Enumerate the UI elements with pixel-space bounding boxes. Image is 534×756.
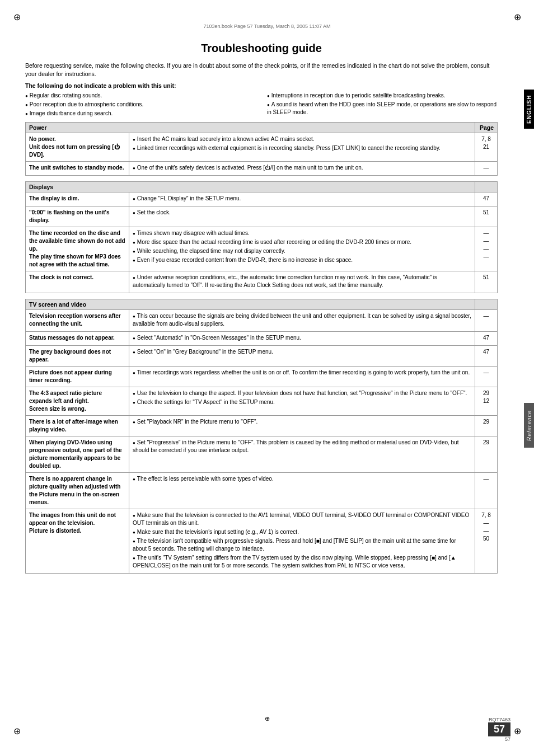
symptom-standby: The unit switches to standby mode. <box>26 162 129 176</box>
solution-picture-quality: The effect is less perceivable with some… <box>129 473 475 509</box>
table-row: The grey background does not appear. Sel… <box>26 346 498 367</box>
table-row: There is a lot of after-image when playi… <box>26 416 498 436</box>
symptom-dim: The display is dim. <box>26 192 129 206</box>
solution-doubled: Set "Progressive" in the Picture menu to… <box>129 436 475 473</box>
no-problem-bullet-4: Interruptions in reception due to period… <box>267 92 498 100</box>
table-row: Picture does not appear during timer rec… <box>26 367 498 387</box>
no-problem-bullet-5: A sound is heard when the HDD goes into … <box>267 101 498 116</box>
solution-standby: One of the unit's safety devices is acti… <box>129 162 475 176</box>
solution-dim: Change "FL Display" in the SETUP menu. <box>129 192 475 206</box>
symptom-picture-quality: There is no apparent change in picture q… <box>26 473 129 509</box>
symptom-no-image: The images from this unit do not appear … <box>26 509 129 574</box>
no-problem-heading: The following do not indicate a problem … <box>25 82 498 89</box>
solution-aspect: Use the television to change the aspect.… <box>129 387 475 416</box>
solution-reception: This can occur because the signals are b… <box>129 310 475 332</box>
file-info: 7103en.book Page 57 Tuesday, March 8, 20… <box>204 24 331 29</box>
page-no-image: 7, 8——50 <box>475 509 498 574</box>
tv-table: TV screen and video Television reception… <box>25 299 498 574</box>
symptom-timer-pic: Picture does not appear during timer rec… <box>26 367 129 387</box>
rqt-number: RQT7463 <box>489 717 510 722</box>
bottom-center-crosshair: ⊕ <box>265 715 270 722</box>
displays-section-header: Displays <box>26 182 475 192</box>
page-status-msg: 47 <box>475 332 498 346</box>
displays-table: Displays The display is dim. Change "FL … <box>25 181 498 293</box>
table-row: The display is dim. Change "FL Display" … <box>26 192 498 206</box>
corner-mark-tl: ⊕ <box>8 8 25 25</box>
page-number-small: 57 <box>505 736 510 742</box>
table-row: No power. Unit does not turn on pressing… <box>26 133 498 162</box>
symptom-clock-flash: "0:00" is flashing on the unit's display… <box>26 206 129 227</box>
page-number-box: 57 <box>488 722 510 736</box>
table-row: "0:00" is flashing on the unit's display… <box>26 206 498 227</box>
corner-mark-bl: ⊕ <box>8 722 25 739</box>
corner-mark-br: ⊕ <box>509 722 526 739</box>
solution-status-msg: Select "Automatic" in "On-Screen Message… <box>129 332 475 346</box>
solution-clock-flash: Set the clock. <box>129 206 475 227</box>
solution-no-image: Make sure that the television is connect… <box>129 509 475 574</box>
tv-section-header: TV screen and video <box>26 299 475 310</box>
no-problem-bullets-left: Regular disc rotating sounds. Poor recep… <box>25 92 256 119</box>
page-no-power: 7, 821 <box>475 133 498 162</box>
reference-tab: Reference <box>524 403 534 448</box>
tv-page-header <box>475 299 498 310</box>
symptom-aspect: The 4:3 aspect ratio picture expands lef… <box>26 387 129 416</box>
page-aspect: 2912 <box>475 387 498 416</box>
page-reception: — <box>475 310 498 332</box>
page-timer-pic: — <box>475 367 498 387</box>
solution-timer-pic: Timer recordings work regardless whether… <box>129 367 475 387</box>
power-table: Power Page No power. Unit does not turn … <box>25 122 498 176</box>
solution-afterimage: Set "Playback NR" in the Picture menu to… <box>129 416 475 436</box>
symptom-no-power: No power. Unit does not turn on pressing… <box>26 133 129 162</box>
main-content: Troubleshooting guide Before requesting … <box>25 42 512 574</box>
table-row: The time recorded on the disc and the av… <box>26 227 498 271</box>
symptom-status-msg: Status messages do not appear. <box>26 332 129 346</box>
displays-page-header <box>475 182 498 192</box>
page-picture-quality: — <box>475 473 498 509</box>
no-problem-bullet-1: Regular disc rotating sounds. <box>25 92 256 100</box>
no-problem-bullets: Regular disc rotating sounds. Poor recep… <box>25 92 498 119</box>
page-standby: — <box>475 162 498 176</box>
table-row: Status messages do not appear. Select "A… <box>26 332 498 346</box>
solution-no-power: Insert the AC mains lead securely into a… <box>129 133 475 162</box>
intro-text: Before requesting service, make the foll… <box>25 62 498 78</box>
no-problem-bullet-2: Poor reception due to atmospheric condit… <box>25 101 256 109</box>
solution-time-mismatch: Times shown may disagree with actual tim… <box>129 227 475 271</box>
page-time-mismatch: ———— <box>475 227 498 271</box>
bottom-right-area: RQT7463 57 57 <box>488 717 510 742</box>
table-row: When playing DVD-Video using progressive… <box>26 436 498 473</box>
symptom-reception: Television reception worsens after conne… <box>26 310 129 332</box>
symptom-clock-wrong: The clock is not correct. <box>26 271 129 293</box>
english-tab: ENGLISH <box>524 90 534 129</box>
page-title: Troubleshooting guide <box>25 42 498 55</box>
page-clock-wrong: 51 <box>475 271 498 293</box>
solution-clock-wrong: Under adverse reception conditions, etc.… <box>129 271 475 293</box>
power-section-header: Power <box>26 123 475 133</box>
symptom-doubled: When playing DVD-Video using progressive… <box>26 436 129 473</box>
solution-grey-bg: Select "On" in "Grey Background" in the … <box>129 346 475 367</box>
symptom-grey-bg: The grey background does not appear. <box>26 346 129 367</box>
no-problem-bullet-3: Image disturbance during search. <box>25 110 256 118</box>
no-problem-bullets-right: Interruptions in reception due to period… <box>267 92 498 119</box>
page-grey-bg: 47 <box>475 346 498 367</box>
page-clock-flash: 51 <box>475 206 498 227</box>
table-row: The unit switches to standby mode. One o… <box>26 162 498 176</box>
table-row: There is no apparent change in picture q… <box>26 473 498 509</box>
page-header: Page <box>475 123 498 133</box>
table-row: Television reception worsens after conne… <box>26 310 498 332</box>
page: ⊕ ⊕ ⊕ ⊕ 7103en.book Page 57 Tuesday, Mar… <box>0 0 534 756</box>
symptom-afterimage: There is a lot of after-image when playi… <box>26 416 129 436</box>
page-dim: 47 <box>475 192 498 206</box>
symptom-time-mismatch: The time recorded on the disc and the av… <box>26 227 129 271</box>
corner-mark-tr: ⊕ <box>509 8 526 25</box>
page-afterimage: 29 <box>475 416 498 436</box>
page-doubled: 29 <box>475 436 498 473</box>
table-row: The 4:3 aspect ratio picture expands lef… <box>26 387 498 416</box>
table-row: The clock is not correct. Under adverse … <box>26 271 498 293</box>
table-row: The images from this unit do not appear … <box>26 509 498 574</box>
